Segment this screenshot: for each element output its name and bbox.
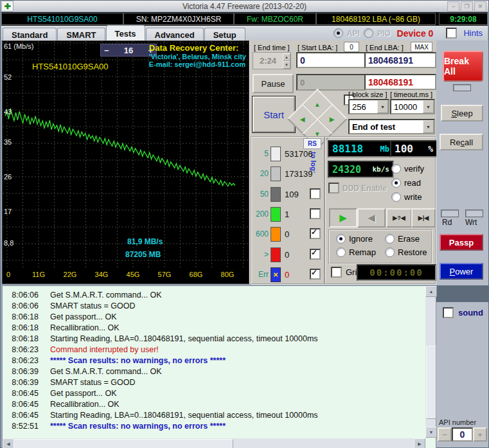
passp-button[interactable]: Passp [440,234,483,251]
scroll-up-icon[interactable]: ▲ [425,286,437,297]
to-log-checkbox[interactable] [310,208,321,219]
sound-checkbox[interactable] [443,307,454,318]
log-vertical-scrollbar[interactable]: ▲ ▼ [425,286,436,438]
tab-advanced[interactable]: Advanced [146,28,204,40]
remap-option[interactable]: Remap [336,247,376,257]
block-size-select[interactable]: 256 ▼ [348,99,389,114]
play-button[interactable]: ▶ [329,208,357,228]
log-time: 8:06:45 [5,389,39,398]
tab-standard[interactable]: Standard [3,28,57,40]
tab-setup[interactable]: Setup [204,28,245,40]
grid-checkbox[interactable] [331,267,342,278]
recall-button[interactable]: Recall [440,134,483,150]
start-lba-zero-button[interactable]: 0 [344,42,359,52]
x-axis-label: 22G [64,271,77,278]
log-message: ***** Scan results: no warnings, no erro… [50,422,226,431]
horizontal-scroll-thumb[interactable] [13,439,233,448]
timer-display: 00:00:00 [357,264,436,281]
maximize-button[interactable]: ❐ [461,1,473,12]
tab-smart[interactable]: SMART [57,28,105,40]
log-message: Starting Reading, LBA=0..180468191, sequ… [50,334,318,343]
timeout-select[interactable]: 10000 ▼ [390,99,435,114]
to-log-checkbox[interactable] [310,249,321,260]
pause-button[interactable]: Pause [253,74,294,93]
ignore-label: Ignore [349,234,373,244]
banner-title: Data Recovery Center: [149,43,246,53]
scroll-left-icon[interactable]: ◀ [3,438,14,448]
timer-value: 00:00:00 [369,267,423,278]
to-log-checkbox[interactable] [310,228,321,239]
scroll-down-icon[interactable]: ▼ [425,427,437,438]
api-plus-button[interactable]: + [473,427,487,442]
break-all-button[interactable]: Break All [443,51,483,82]
x-axis-label: 0 [6,271,10,278]
to-log-checkbox[interactable] [310,269,321,280]
read-indicator [441,210,459,217]
erase-option[interactable]: Erase [385,234,420,244]
skip-end-button[interactable]: ▶|◀ [411,208,436,228]
verify-option[interactable]: verify [391,164,424,174]
log-panel[interactable]: 8:06:06Get S.M.A.R.T. command... OK8:06:… [2,285,436,448]
block-counter-row: 5531706 [254,146,323,161]
end-time-up-icon[interactable]: ▲ [283,53,290,61]
erase-radio[interactable] [385,234,395,244]
start-lba-input[interactable]: 0 [296,52,366,68]
mb-unit: Mb [380,145,389,154]
log-time: 8:06:18 [5,323,39,332]
sound-option[interactable]: sound [443,307,483,318]
to-log-checkbox[interactable] [310,188,321,199]
log-entry: 8:06:39Get S.M.A.R.T. command... OK [5,366,423,377]
api-minus-button[interactable]: − [438,427,452,442]
start-button[interactable]: Start [253,96,295,132]
verify-radio[interactable] [391,164,401,174]
pio-label: PIO [377,29,391,38]
log-entry: 8:06:18Get passport... OK [5,311,423,322]
vertical-scroll-thumb[interactable] [426,346,436,419]
write-option[interactable]: write [391,192,422,202]
block-size-dropdown-icon[interactable]: ▼ [377,100,388,113]
remap-radio[interactable] [336,247,346,257]
rd-label: Rd [442,218,452,227]
read-option[interactable]: read [391,178,421,188]
back-button[interactable]: ◀ [357,208,386,228]
write-radio[interactable] [391,192,401,202]
x-axis-label: 68G [190,271,203,278]
read-radio[interactable] [391,178,401,188]
end-of-test-dropdown-icon[interactable]: ▼ [423,120,434,133]
end-lba-input[interactable]: 180468191 [364,52,436,68]
tab-strip: StandardSMARTTestsAdvancedSetup [3,25,246,40]
x-axis-label: 45G [127,271,140,278]
end-time-down-icon[interactable]: ▼ [283,61,290,69]
minimize-button[interactable]: – [447,1,459,12]
start-lba-label: [ Start LBA: ] [298,44,337,51]
y-axis-label: 61 (Mb/s) [4,42,33,50]
max-lba-button[interactable]: MAX [411,42,432,52]
api-radio[interactable] [333,28,343,38]
ignore-option[interactable]: Ignore [336,234,373,244]
x-axis-label: 57G [158,271,172,278]
log-message: SMART status = GOOD [50,378,136,387]
hints-checkbox[interactable] [446,28,457,39]
log-horizontal-scrollbar[interactable]: ◀ ▶ [3,438,425,448]
block-time-label: 200 [254,210,269,219]
close-button[interactable]: ✕ [474,1,486,12]
zoom-out-button[interactable]: − [104,46,109,55]
test-control-panel: [ End time ] 2:24 ▲ ▼ [ Start LBA: ] 0 0… [249,40,436,284]
ignore-radio[interactable] [336,234,346,244]
end-of-test-select[interactable]: End of test ▼ [348,119,435,134]
tab-tests[interactable]: Tests [106,25,145,40]
timeout-value: 10000 [394,102,417,112]
end-time-spinner[interactable]: 2:24 ▲ ▼ [253,52,291,69]
scroll-right-icon[interactable]: ▶ [414,438,425,448]
timeout-dropdown-icon[interactable]: ▼ [423,100,434,113]
ddd-checkbox[interactable] [328,183,339,193]
restore-radio[interactable] [385,247,395,257]
sleep-button[interactable]: Sleep [441,105,483,121]
block-counter-row: 6000 [254,226,323,242]
victoria-window: ✚ Victoria 4.47 Freeware (2013-02-20) – … [0,0,489,448]
skip-question-button[interactable]: ▶?◀ [386,208,412,228]
power-button[interactable]: Power [440,263,483,280]
pio-radio[interactable] [364,28,373,38]
restore-option[interactable]: Restore [385,247,427,257]
block-time-label: > [254,250,269,259]
